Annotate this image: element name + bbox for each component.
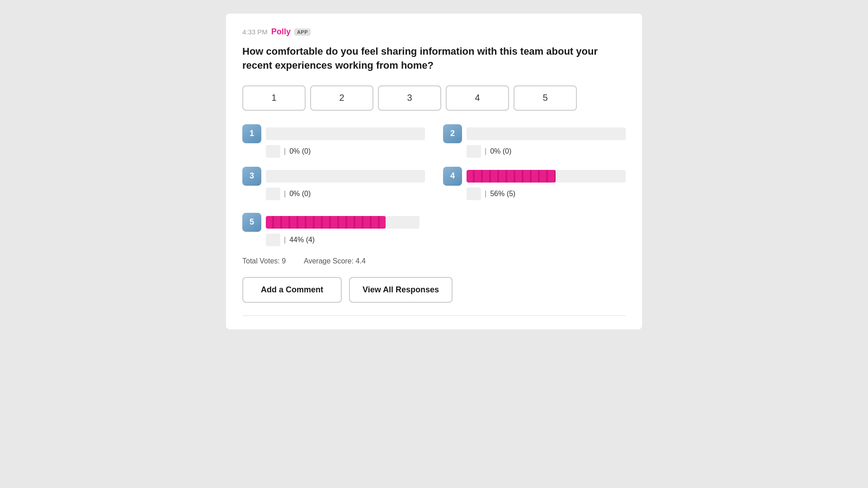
rating-buttons: 1 2 3 4 5 [242, 85, 626, 111]
stat-row-3: | 0% (0) [242, 188, 425, 200]
avg-score-label: Average Score: 4.4 [304, 257, 366, 265]
result-item-5: 5 | 44% (4) [242, 213, 626, 246]
result-item-2: 2 | 0% (0) [443, 124, 626, 158]
bar-container-5 [266, 216, 420, 229]
stat-row-5: | 44% (4) [242, 234, 626, 246]
stat-row-4: | 56% (5) [443, 188, 626, 200]
poll-card: 4:33 PM Polly APP How comfortable do you… [226, 14, 642, 329]
stat-text-4: 56% (5) [490, 190, 515, 198]
stat-text-3: 0% (0) [289, 190, 311, 198]
bar-row-4: 4 [443, 167, 626, 186]
totals-row: Total Votes: 9 Average Score: 4.4 [242, 257, 626, 265]
rating-btn-2[interactable]: 2 [310, 85, 373, 111]
actions-row: Add a Comment View All Responses [242, 277, 626, 303]
rating-btn-1[interactable]: 1 [242, 85, 306, 111]
rating-btn-4[interactable]: 4 [446, 85, 509, 111]
result-badge-2: 2 [443, 124, 462, 143]
stat-sep-1: | [284, 147, 286, 155]
results-grid: 1 | 0% (0) 2 [242, 124, 626, 200]
rating-btn-3[interactable]: 3 [378, 85, 441, 111]
stat-sep-2: | [485, 147, 486, 155]
bar-container-3 [266, 170, 425, 183]
stat-box-5 [266, 234, 280, 246]
result-badge-4: 4 [443, 167, 462, 186]
bar-row-2: 2 [443, 124, 626, 143]
result-badge-1: 1 [242, 124, 261, 143]
stat-sep-5: | [284, 236, 286, 244]
bar-row-3: 3 [242, 167, 425, 186]
result-item-3: 3 | 0% (0) [242, 167, 425, 200]
bar-fill-5 [266, 216, 386, 229]
result-badge-3: 3 [242, 167, 261, 186]
bar-container-1 [266, 127, 425, 140]
rating-btn-5[interactable]: 5 [514, 85, 577, 111]
stat-sep-4: | [485, 190, 486, 198]
stat-text-1: 0% (0) [289, 147, 311, 155]
bar-row-1: 1 [242, 124, 425, 143]
result-item-1: 1 | 0% (0) [242, 124, 425, 158]
add-comment-button[interactable]: Add a Comment [242, 277, 342, 303]
bar-fill-4 [467, 170, 556, 183]
result-item-4: 4 | 56% (5) [443, 167, 626, 200]
stat-text-2: 0% (0) [490, 147, 511, 155]
stat-box-2 [467, 145, 481, 158]
stat-box-1 [266, 145, 280, 158]
result-badge-5: 5 [242, 213, 261, 232]
stat-box-3 [266, 188, 280, 200]
stat-text-5: 44% (4) [289, 236, 315, 244]
view-all-button[interactable]: View All Responses [349, 277, 453, 303]
header-row: 4:33 PM Polly APP [242, 27, 626, 37]
stat-row-1: | 0% (0) [242, 145, 425, 158]
bar-container-2 [467, 127, 626, 140]
stat-row-2: | 0% (0) [443, 145, 626, 158]
app-name: Polly [271, 27, 291, 37]
app-badge: APP [294, 28, 311, 36]
bottom-divider [242, 315, 626, 316]
stat-box-4 [467, 188, 481, 200]
page-wrapper: 4:33 PM Polly APP How comfortable do you… [0, 0, 868, 488]
stat-sep-3: | [284, 190, 286, 198]
question-text: How comfortable do you feel sharing info… [242, 45, 626, 73]
total-votes-label: Total Votes: 9 [242, 257, 286, 265]
bar-container-4 [467, 170, 626, 183]
bar-row-5: 5 [242, 213, 626, 232]
timestamp: 4:33 PM [242, 28, 268, 36]
